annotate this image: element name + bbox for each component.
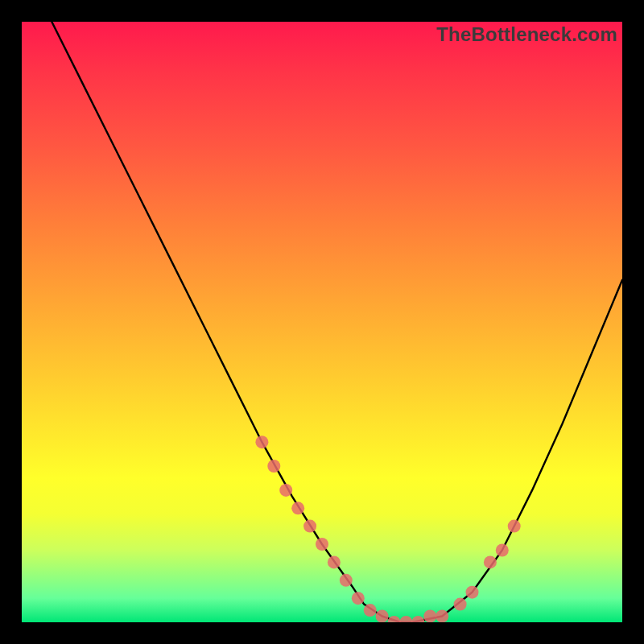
highlight-dot <box>352 592 365 605</box>
highlight-dot <box>466 586 479 599</box>
highlight-dot <box>436 610 448 623</box>
highlight-dot <box>508 520 521 533</box>
highlight-dot <box>291 502 304 514</box>
highlight-dot <box>399 616 412 622</box>
highlight-dots-group <box>255 436 520 622</box>
highlight-dot <box>484 555 497 568</box>
highlight-dot <box>454 598 467 611</box>
highlight-dot <box>411 616 424 622</box>
highlight-dot <box>364 604 377 617</box>
highlight-dot <box>279 484 292 497</box>
highlight-dot <box>255 436 268 448</box>
highlight-dot <box>423 610 436 623</box>
highlight-dot <box>340 574 353 587</box>
bottleneck-curve-path <box>52 22 622 622</box>
highlight-dot <box>267 460 280 473</box>
chart-frame: TheBottleneck.com <box>0 0 644 644</box>
highlight-dot <box>303 520 316 533</box>
highlight-dot <box>328 555 341 568</box>
highlight-dot <box>496 544 509 557</box>
chart-svg <box>22 22 622 622</box>
highlight-dot <box>388 616 401 622</box>
chart-plot-area: TheBottleneck.com <box>22 22 622 622</box>
highlight-dot <box>376 610 389 623</box>
highlight-dot <box>316 538 328 551</box>
